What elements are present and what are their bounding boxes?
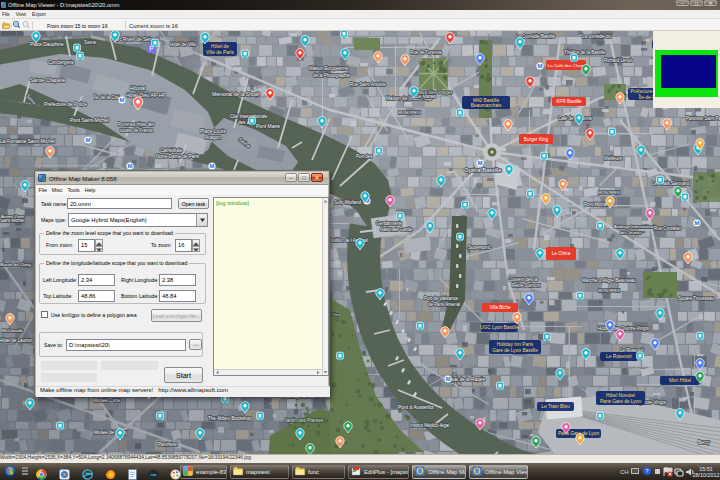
svg-text:Sully-Morland: Sully-Morland — [334, 200, 361, 205]
svg-text:Hôpital: Hôpital — [130, 86, 145, 91]
svg-text:M: M — [128, 163, 133, 169]
svg-text:Holiday Inn Paris: Holiday Inn Paris — [497, 342, 534, 347]
svg-text:Préfecture de Police: Préfecture de Police — [44, 102, 87, 107]
svg-text:KPR Bastille: KPR Bastille — [556, 99, 582, 104]
svg-text:Le Train Bleu: Le Train Bleu — [541, 404, 570, 409]
svg-text:Hôtel de Lauzun: Hôtel de Lauzun — [0, 338, 33, 343]
svg-text:M: M — [446, 376, 451, 382]
svg-text:Reine Dumont: Reine Dumont — [512, 283, 541, 288]
svg-text:La Café des Chats: La Café des Chats — [548, 63, 585, 68]
svg-text:Maison Européenne: Maison Européenne — [309, 66, 349, 71]
svg-text:Hôtel-Dieu AP-HP: Hôtel-Dieu AP-HP — [126, 93, 166, 98]
svg-text:Musée Curie: Musée Curie — [94, 398, 120, 403]
svg-text:Conciergerie: Conciergerie — [48, 60, 74, 65]
svg-text:MONOPRIX: MONOPRIX — [598, 190, 620, 195]
svg-text:Richard Lenoir: Richard Lenoir — [604, 58, 633, 63]
svg-text:M: M — [210, 163, 215, 169]
svg-text:Hôtel Novotel: Hôtel Novotel — [606, 393, 635, 398]
svg-text:Place Louis: Place Louis — [200, 129, 226, 134]
svg-text:Hôtel de Ville: Hôtel de Ville — [170, 42, 196, 47]
svg-text:Place Dauphine: Place Dauphine — [30, 42, 64, 47]
svg-text:Villa Biche: Villa Biche — [490, 305, 511, 310]
svg-text:Pommes frites des: Pommes frites des — [118, 122, 155, 127]
svg-text:Auberge Internationale: Auberge Internationale — [614, 224, 657, 229]
svg-text:McDonalds: McDonalds — [2, 328, 23, 333]
svg-text:Beaumarchais: Beaumarchais — [471, 103, 502, 108]
svg-text:Pont d Austerlitz: Pont d Austerlitz — [398, 405, 434, 410]
svg-text:Place des Vosges: Place des Vosges — [416, 90, 453, 95]
svg-text:Jardin des Plantes: Jardin des Plantes — [284, 418, 324, 423]
svg-text:Gare de Lyon Bastille: Gare de Lyon Bastille — [492, 348, 538, 353]
svg-text:Opéra Bastille: Opéra Bastille — [464, 167, 502, 173]
svg-text:MONOPRIX: MONOPRIX — [398, 110, 421, 115]
svg-text:Rue de Turenne: Rue de Turenne — [410, 50, 442, 55]
svg-text:Théâtre de la Bastille: Théâtre de la Bastille — [564, 50, 606, 55]
svg-text:M: M — [695, 220, 700, 226]
svg-text:Port de plaisance: Port de plaisance — [424, 296, 459, 301]
svg-text:Institut Médico-légal: Institut Médico-légal — [410, 423, 449, 428]
svg-text:Pont Saint-Michel: Pont Saint-Michel — [70, 118, 109, 123]
svg-text:Notre-Dame de Paris: Notre-Dame de Paris — [156, 154, 200, 159]
svg-text:Gendarmerie: Gendarmerie — [376, 221, 402, 226]
svg-text:M42 Bastille: M42 Bastille — [473, 98, 499, 103]
svg-text:MONOPRIX: MONOPRIX — [598, 288, 620, 293]
svg-text:La Fontaine Saint-Michel: La Fontaine Saint-Michel — [0, 139, 55, 144]
svg-text:Île de la Cité: Île de la Cité — [93, 94, 120, 100]
svg-text:Square Trousseau: Square Trousseau — [678, 296, 715, 301]
svg-text:The Abbey Bookshop: The Abbey Bookshop — [208, 416, 252, 421]
svg-text:rox: rox — [150, 472, 157, 477]
svg-text:M: M — [86, 137, 91, 143]
svg-text:Le Rosenoir: Le Rosenoir — [606, 354, 632, 359]
svg-text:de la Photographie: de la Photographie — [313, 73, 351, 78]
svg-text:Le China: Le China — [552, 251, 571, 256]
svg-text:Pont Marie: Pont Marie — [256, 124, 280, 129]
svg-text:des Jeunes: des Jeunes — [620, 230, 642, 235]
svg-text:Burger King: Burger King — [524, 137, 549, 142]
svg-text:Aroma Zone: Aroma Zone — [1, 214, 25, 219]
svg-text:toutes de France: toutes de France — [120, 128, 154, 133]
svg-text:Rue Saint-Antoine: Rue Saint-Antoine — [350, 82, 386, 87]
svg-text:Supersonic: Supersonic — [468, 245, 492, 250]
svg-text:Hôpital des Quinze-Vingts: Hôpital des Quinze-Vingts — [598, 326, 650, 331]
svg-text:Mon Hôtel: Mon Hôtel — [669, 378, 691, 383]
svg-text:Nationale Garde: Nationale Garde — [380, 227, 413, 232]
svg-text:Panthéon: Panthéon — [158, 442, 178, 447]
svg-text:Rue Crozatier: Rue Crozatier — [654, 226, 682, 231]
svg-text:Mémorial de la Shoah: Mémorial de la Shoah — [212, 92, 260, 97]
svg-text:M: M — [120, 97, 125, 103]
svg-text:Seine: Seine — [84, 40, 97, 45]
svg-text:Paroisse Saint Paul: Paroisse Saint Paul — [686, 116, 720, 121]
svg-text:de Paris Arsenal: de Paris Arsenal — [428, 302, 460, 307]
svg-text:M: M — [538, 63, 543, 69]
svg-text:Paris Gare de Lyon: Paris Gare de Lyon — [600, 399, 641, 404]
svg-text:Musée de Cluny: Musée de Cluny — [0, 262, 31, 267]
svg-text:Port des: Port des — [356, 154, 373, 159]
svg-text:Meilleure: Meilleure — [604, 156, 622, 161]
svg-text:Couvent des la: Couvent des la — [508, 277, 538, 282]
svg-text:Cathédrale: Cathédrale — [160, 148, 183, 153]
svg-text:La comédie du: La comédie du — [582, 34, 611, 39]
svg-text:Marché d Aligre Beauveau: Marché d Aligre Beauveau — [582, 278, 636, 283]
svg-text:Sainte-Chapelle: Sainte-Chapelle — [30, 78, 65, 83]
svg-text:Hôtel de: Hôtel de — [211, 44, 229, 49]
svg-text:Ville de Paris: Ville de Paris — [206, 50, 235, 55]
svg-text:M: M — [478, 160, 483, 166]
svg-text:UGC Lyon Bastille: UGC Lyon Bastille — [480, 325, 519, 330]
svg-text:Aragon: Aragon — [205, 135, 221, 140]
svg-text:Bercy: Bercy — [698, 440, 710, 445]
svg-text:Quai de la Rapée: Quai de la Rapée — [448, 377, 485, 382]
